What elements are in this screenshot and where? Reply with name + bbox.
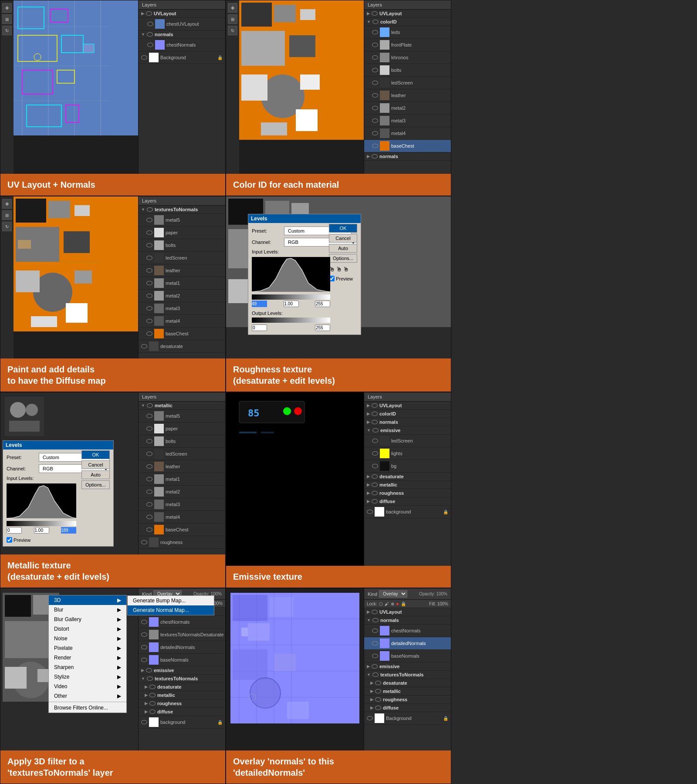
lr-metallic-f[interactable]: ▼ metallic [139, 402, 225, 410]
layer-eye[interactable] [146, 11, 152, 16]
lr-rough8[interactable]: ▶ roughness [364, 696, 451, 704]
lr-metal6[interactable]: ▶ metallic [364, 481, 451, 489]
lr-rough7[interactable]: ▶ roughness [139, 700, 225, 708]
lr-leath5[interactable]: leather [139, 460, 225, 473]
ctx-distort[interactable]: Distort▶ [49, 624, 126, 634]
eye[interactable] [372, 131, 378, 135]
lr-colorid[interactable]: ▼ colorID [364, 18, 451, 26]
move-tool[interactable]: ✥ [2, 3, 12, 13]
ctx-noise[interactable]: Noise▶ [49, 634, 126, 643]
m-left[interactable] [7, 527, 22, 534]
ctx-blurgallery[interactable]: Blur Gallery▶ [49, 615, 126, 624]
layer-row-uvlayout[interactable]: ▶ UVLayout [139, 10, 225, 18]
levels-cancel-m[interactable]: Cancel [81, 460, 110, 469]
lr-uvl8[interactable]: ▶ UVLayout [364, 608, 451, 616]
view-tool-2[interactable]: ⊞ [228, 14, 237, 24]
view-tool-3[interactable]: ⊞ [2, 210, 12, 220]
eye[interactable] [372, 20, 379, 24]
lr-m3b[interactable]: metal3 [139, 498, 225, 511]
move-tool-2[interactable]: ✥ [228, 3, 237, 13]
lr-emis7[interactable]: ▶ emissive [139, 666, 225, 675]
layer-eye[interactable] [147, 22, 153, 26]
rotate-tool-3[interactable]: ↻ [2, 222, 12, 231]
lr-cid6[interactable]: ▶ colorID [364, 410, 451, 418]
lr-metal4[interactable]: metal4 [364, 127, 451, 140]
lock-i8[interactable]: 🖌 [385, 602, 389, 606]
lr-m4b[interactable]: metal4 [139, 511, 225, 524]
lr-texnorm7[interactable]: ▼ texturesToNormals [139, 675, 225, 683]
lr-norm6[interactable]: ▶ normals [364, 418, 451, 426]
levels-options-m[interactable]: Options... [81, 480, 110, 489]
eye[interactable] [372, 154, 378, 159]
eye[interactable] [372, 81, 378, 85]
ctx-3d[interactable]: 3D▶ Generate Bump Map... Generate Normal… [49, 595, 126, 605]
eye[interactable] [372, 11, 378, 16]
lr-basenorm7[interactable]: baseNormals [139, 654, 225, 666]
lr-basenorm8[interactable]: baseNormals [364, 650, 451, 662]
submenu-bump[interactable]: Generate Bump Map... [128, 596, 214, 605]
lr-m5[interactable]: metal5 [139, 214, 225, 226]
lr-desat3[interactable]: desaturate [139, 340, 225, 353]
m-mid[interactable] [34, 527, 49, 534]
lr-m1b[interactable]: metal1 [139, 473, 225, 486]
mode-select-8[interactable]: Overlay [379, 590, 407, 598]
lr-diff8[interactable]: ▶ diffuse [364, 704, 451, 712]
layer-row-normals[interactable]: ▼ normals [139, 30, 225, 39]
ctx-video[interactable]: Video▶ [49, 682, 126, 691]
lr-back7[interactable]: background 🔒 [139, 716, 225, 729]
lr-leath3[interactable]: leather [139, 264, 225, 277]
lr-lights6[interactable]: lights [364, 447, 451, 460]
lr-texnorm[interactable]: ▼ texturesToNormals [139, 206, 225, 214]
levels-auto-m[interactable]: Auto [81, 470, 110, 479]
levels-ok-m[interactable]: OK [81, 450, 110, 459]
lr-m5b[interactable]: metal5 [139, 410, 225, 422]
ctx-pixelate[interactable]: Pixelate▶ [49, 643, 126, 653]
input-slider-m[interactable] [7, 521, 76, 526]
lr-rough6[interactable]: ▶ roughness [364, 489, 451, 497]
lr-desat8[interactable]: ▶ desaturate [364, 679, 451, 687]
lr-bolts3[interactable]: bolts [139, 239, 225, 252]
lr-back8[interactable]: Background 🔒 [364, 712, 451, 725]
lr-met8[interactable]: ▶ metallic [364, 687, 451, 696]
lr-back6[interactable]: background 🔒 [364, 506, 451, 518]
lr-frontplate[interactable]: frontPlate [364, 39, 451, 51]
layer-row-chest-uv[interactable]: chestUVLayout [139, 18, 225, 30]
eye[interactable] [372, 43, 378, 47]
ctx-sharpen[interactable]: Sharpen▶ [49, 662, 126, 672]
lr-m2[interactable]: metal2 [139, 290, 225, 302]
layer-eye[interactable] [147, 32, 153, 37]
lr-detailnorm8[interactable]: detailedNormals [364, 637, 451, 650]
lr-met7[interactable]: ▶ metallic [139, 691, 225, 700]
levels-options-button[interactable]: Options... [329, 254, 357, 263]
lr-detailnorm7[interactable]: detailedNormals [139, 641, 225, 654]
lr-led6[interactable]: ledScreen [364, 435, 451, 447]
eye[interactable] [372, 118, 378, 123]
eyedropper-white[interactable]: 🖱 [343, 266, 349, 273]
input-slider[interactable] [252, 294, 330, 300]
lr-ledscreen[interactable]: ledScreen [364, 77, 451, 89]
lr-norm8[interactable]: ▼ normals [364, 616, 451, 625]
layer-row-background[interactable]: Background 🔒 [139, 51, 225, 64]
lr-m3[interactable]: metal3 [139, 302, 225, 315]
lr-metal2[interactable]: metal2 [364, 102, 451, 115]
lr-emis6[interactable]: ▼ emissive [364, 426, 451, 435]
layer-eye[interactable] [141, 55, 147, 60]
output-right[interactable] [315, 324, 330, 331]
lr-leds[interactable]: leds [364, 26, 451, 39]
ctx-render[interactable]: Render▶ [49, 653, 126, 662]
output-slider[interactable] [252, 318, 330, 323]
lr-uvl6[interactable]: ▶ UVLayout [364, 402, 451, 410]
lr-desat7[interactable]: ▶ desaturate [139, 683, 225, 691]
eye[interactable] [372, 93, 378, 98]
lr-bg6[interactable]: bg [364, 460, 451, 473]
lr-m1[interactable]: metal1 [139, 277, 225, 290]
move-tool-3[interactable]: ✥ [2, 199, 12, 209]
lock-p8[interactable]: ⊕ [391, 602, 394, 606]
lr-diff6[interactable]: ▶ diffuse [364, 497, 451, 506]
lr-bolts5[interactable]: bolts [139, 435, 225, 448]
ctx-stylize[interactable]: Stylize▶ [49, 672, 126, 682]
layer-eye[interactable] [147, 43, 153, 47]
lr-chestn8[interactable]: chestNormals [364, 625, 451, 637]
view-tool[interactable]: ⊞ [2, 14, 12, 24]
lr-bolts[interactable]: bolts [364, 64, 451, 77]
